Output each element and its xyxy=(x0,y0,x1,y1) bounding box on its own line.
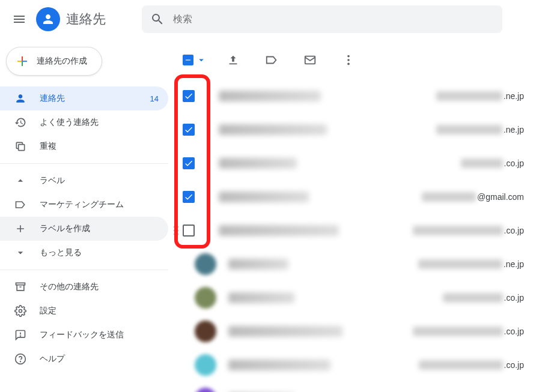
contact-row[interactable]: .co.jp xyxy=(168,348,548,382)
feedback-icon xyxy=(14,329,26,341)
contact-row[interactable]: .co.jp xyxy=(168,281,548,315)
contact-name-blurred xyxy=(219,191,309,202)
search-icon xyxy=(150,12,165,26)
sidebar-labels-header[interactable]: ラベル xyxy=(0,169,168,193)
label-icon xyxy=(14,199,26,211)
sidebar-more[interactable]: もっと見る xyxy=(0,241,168,265)
contact-row[interactable] xyxy=(168,382,548,392)
contact-row[interactable]: .ne.jp xyxy=(168,247,548,281)
chevron-down-icon xyxy=(14,247,26,259)
contact-name-blurred xyxy=(228,259,288,270)
chevron-up-icon xyxy=(14,175,26,187)
sidebar-item[interactable]: 連絡先 14 xyxy=(0,86,168,110)
contact-row[interactable]: .ne.jp xyxy=(168,113,548,146)
email-prefix-blurred xyxy=(422,192,476,202)
select-all-dropdown[interactable] xyxy=(183,55,207,65)
gear-icon xyxy=(14,305,26,317)
email-prefix-blurred xyxy=(436,91,502,101)
selection-toolbar xyxy=(168,46,548,74)
email-domain: .co.jp xyxy=(504,158,524,168)
contact-name-blurred xyxy=(219,158,297,169)
app-title: 連絡先 xyxy=(66,10,106,28)
contact-avatar[interactable] xyxy=(195,287,216,309)
hamburger-menu-icon[interactable] xyxy=(5,5,34,34)
email-domain: .ne.jp xyxy=(504,259,524,269)
plus-icon xyxy=(14,223,26,235)
sidebar-item[interactable]: ヘルプ xyxy=(0,347,168,371)
svg-rect-6 xyxy=(16,283,25,285)
contact-name-blurred xyxy=(219,225,339,236)
sidebar: 連絡先の作成 連絡先 14 よく使う連絡先 重複 ラベル マーケティングチーム … xyxy=(0,38,168,392)
content: .ne.jp .ne.jp .co.jp @gmail.com xyxy=(168,38,548,392)
email-prefix-blurred xyxy=(418,259,502,269)
plus-multicolor-icon xyxy=(15,54,29,68)
contact-avatar[interactable] xyxy=(195,354,216,376)
contact-checkbox[interactable] xyxy=(183,124,195,136)
svg-point-15 xyxy=(347,63,350,65)
sidebar-item[interactable]: よく使う連絡先 xyxy=(0,110,168,134)
contact-avatar[interactable] xyxy=(195,321,216,342)
svg-point-7 xyxy=(19,310,22,313)
svg-rect-1 xyxy=(22,62,23,66)
svg-rect-0 xyxy=(22,56,23,61)
contact-checkbox[interactable] xyxy=(183,225,195,237)
person-icon xyxy=(14,92,26,104)
svg-point-11 xyxy=(20,361,21,362)
contact-row[interactable]: .co.jp xyxy=(168,146,548,180)
contact-name-blurred xyxy=(228,292,294,303)
contact-checkbox[interactable] xyxy=(183,157,195,169)
archive-icon xyxy=(14,281,26,293)
svg-point-45 xyxy=(177,234,179,235)
svg-rect-3 xyxy=(23,61,27,62)
label-button[interactable] xyxy=(260,48,284,72)
svg-point-43 xyxy=(177,230,179,232)
svg-point-44 xyxy=(174,234,175,235)
svg-rect-4 xyxy=(22,61,23,62)
sidebar-item[interactable]: 設定 xyxy=(0,299,168,323)
email-prefix-blurred xyxy=(413,226,503,235)
svg-point-40 xyxy=(174,226,175,228)
contact-email: .co.jp xyxy=(419,360,524,370)
sidebar-item[interactable]: 重複 xyxy=(0,134,168,158)
main: 連絡先の作成 連絡先 14 よく使う連絡先 重複 ラベル マーケティングチーム … xyxy=(0,38,548,392)
sidebar-item[interactable]: フィードバックを送信 xyxy=(0,323,168,347)
email-button[interactable] xyxy=(298,48,322,72)
search-input[interactable] xyxy=(173,14,494,25)
email-prefix-blurred xyxy=(461,158,503,168)
email-prefix-blurred xyxy=(436,125,502,134)
svg-point-41 xyxy=(177,226,179,228)
drag-handle-icon[interactable] xyxy=(173,226,180,235)
contact-row[interactable]: .co.jp xyxy=(168,315,548,348)
more-menu-button[interactable] xyxy=(336,48,361,72)
svg-point-13 xyxy=(347,55,350,58)
sidebar-item[interactable]: ラベルを作成 xyxy=(0,217,168,241)
export-button[interactable] xyxy=(221,48,245,72)
contact-checkbox[interactable] xyxy=(183,90,195,102)
sidebar-item[interactable]: マーケティングチーム xyxy=(0,193,168,217)
email-domain: .ne.jp xyxy=(504,125,524,134)
contact-checkbox[interactable] xyxy=(183,191,195,203)
contact-row[interactable]: .ne.jp xyxy=(168,79,548,113)
create-contact-button[interactable]: 連絡先の作成 xyxy=(6,47,102,76)
contact-row[interactable]: @gmail.com xyxy=(168,180,548,214)
contact-name-blurred xyxy=(219,91,321,101)
email-domain: .co.jp xyxy=(504,360,524,370)
search-bar[interactable] xyxy=(142,5,502,33)
contact-email: .co.jp xyxy=(413,327,524,336)
app-logo xyxy=(36,7,60,31)
dropdown-arrow-icon xyxy=(196,55,207,65)
contact-row[interactable]: .co.jp xyxy=(168,214,548,247)
header: 連絡先 xyxy=(0,0,548,38)
svg-rect-2 xyxy=(17,61,22,62)
contact-avatar[interactable] xyxy=(195,253,216,275)
history-icon xyxy=(14,116,26,128)
email-domain: @gmail.com xyxy=(477,192,524,202)
sidebar-item[interactable]: その他の連絡先 xyxy=(0,275,168,299)
contact-name-blurred xyxy=(219,124,327,135)
divider xyxy=(0,270,168,270)
email-domain: .co.jp xyxy=(504,293,524,303)
contact-avatar[interactable] xyxy=(195,388,216,392)
email-prefix-blurred xyxy=(413,327,503,336)
contact-name-blurred xyxy=(228,360,330,370)
email-prefix-blurred xyxy=(419,360,503,370)
